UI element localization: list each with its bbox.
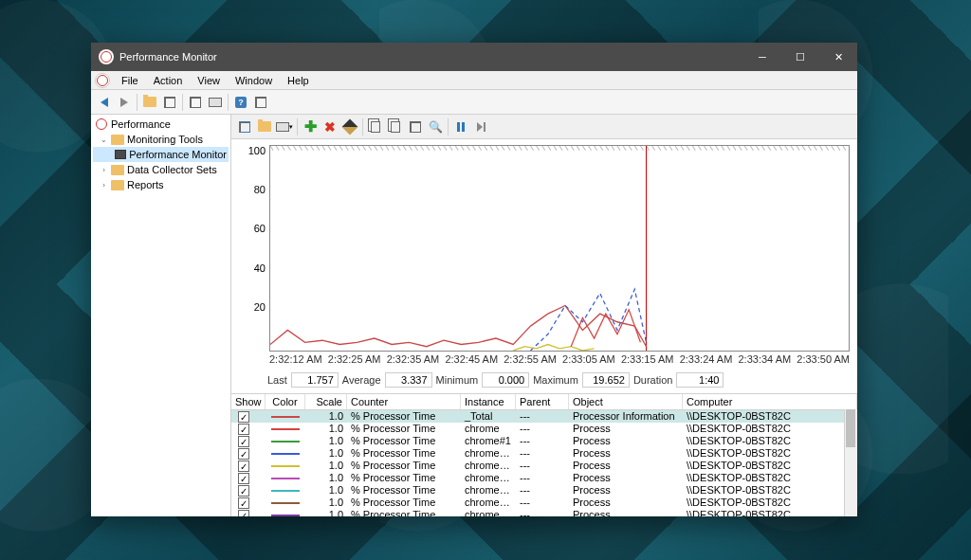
show-checkbox[interactable]: ✓ [238,436,249,447]
col-instance[interactable]: Instance [461,394,516,409]
svg-line-96 [826,146,829,151]
help-button[interactable]: ? [231,93,250,112]
svg-line-80 [733,146,736,151]
tree-performance-monitor[interactable]: Performance Monitor [93,147,229,162]
menu-help[interactable]: Help [280,73,317,88]
y-axis: 10080604020 [239,145,269,352]
expand-icon[interactable]: ⌄ [99,135,109,145]
menu-action[interactable]: Action [146,73,191,88]
svg-line-1 [276,146,279,151]
close-button[interactable]: ✕ [819,43,857,71]
show-checkbox[interactable]: ✓ [238,497,249,509]
object-cell: Process [569,423,683,435]
delete-counter-button[interactable]: ✖ [321,117,339,136]
expand-icon[interactable]: › [99,165,109,175]
show-checkbox[interactable]: ✓ [238,473,249,484]
svg-line-47 [542,146,545,151]
show-checkbox[interactable]: ✓ [238,485,249,497]
zoom-button[interactable]: 🔍 [426,117,445,136]
minimize-button[interactable]: ─ [743,43,781,71]
props-button[interactable] [406,117,425,136]
object-cell: Process [569,509,683,516]
col-counter[interactable]: Counter [347,394,461,409]
max-value: 19.652 [582,372,630,388]
tree-data-collector-sets[interactable]: › Data Collector Sets [93,162,229,177]
parent-cell: --- [516,484,569,497]
counter-row[interactable]: ✓1.0% Processor Timechrome---Process\\DE… [231,423,857,435]
show-checkbox[interactable]: ✓ [238,424,249,435]
counter-row[interactable]: ✓1.0% Processor Timechrome#1---Process\\… [231,435,857,447]
counter-row[interactable]: ✓1.0% Processor Timechrome#14---Process\… [231,497,857,509]
chart-canvas[interactable] [269,145,850,352]
navigation-tree[interactable]: Performance ⌄ Monitoring Tools Performan… [91,115,231,516]
freeze-button[interactable] [451,117,470,136]
col-show[interactable]: Show [231,394,266,409]
tree-reports[interactable]: › Reports [93,177,229,192]
counter-row[interactable]: ✓1.0% Processor Timechrome#15---Process\… [231,509,857,516]
change-graph-button[interactable]: ▾ [275,117,294,136]
pause-icon [457,122,465,132]
col-object[interactable]: Object [569,394,683,409]
show-checkbox[interactable]: ✓ [238,510,249,516]
svg-line-66 [652,146,655,151]
svg-line-16 [363,146,366,151]
show-checkbox[interactable]: ✓ [238,461,249,472]
expand-icon[interactable]: › [99,180,109,190]
object-cell: Process [569,484,683,497]
parent-cell: --- [516,472,569,484]
svg-line-51 [565,146,568,151]
svg-line-32 [455,146,458,151]
properties-button[interactable] [186,93,205,112]
tree-monitoring-tools[interactable]: ⌄ Monitoring Tools [93,132,229,147]
svg-line-35 [473,146,476,151]
counter-list-header[interactable]: Show Color Scale Counter Instance Parent… [231,394,857,410]
svg-line-42 [513,146,516,151]
menu-window[interactable]: Window [228,73,280,88]
tile-button[interactable] [251,93,270,112]
show-checkbox[interactable]: ✓ [238,411,249,423]
menu-view[interactable]: View [190,73,228,88]
svg-line-52 [571,146,574,151]
maximize-button[interactable]: ☐ [781,43,819,71]
col-scale[interactable]: Scale [305,394,347,409]
svg-line-68 [664,146,667,151]
update-button[interactable] [471,117,490,136]
col-computer[interactable]: Computer [683,394,857,409]
counter-list[interactable]: Show Color Scale Counter Instance Parent… [231,393,857,516]
tree-label: Data Collector Sets [127,164,217,175]
scrollbar-thumb[interactable] [846,409,855,447]
svg-line-15 [357,146,360,151]
back-button[interactable] [95,93,114,112]
show-hide-tree-button[interactable] [140,93,159,112]
main-panel: ▾ ✚ ✖ 🔍 10080604020 [231,115,857,516]
show-checkbox[interactable]: ✓ [238,448,249,460]
add-counter-button[interactable]: ✚ [301,117,320,136]
counter-row[interactable]: ✓1.0% Processor Timechrome#12---Process\… [231,472,857,484]
paste-button[interactable] [386,117,405,136]
menu-file[interactable]: File [114,73,146,88]
dur-value: 1:40 [676,372,724,388]
counter-row[interactable]: ✓1.0% Processor Timechrome#10---Process\… [231,447,857,460]
copy-button[interactable] [366,117,385,136]
counter-row[interactable]: ✓1.0% Processor Time_Total---Processor I… [231,410,857,423]
titlebar[interactable]: Performance Monitor ─ ☐ ✕ [91,43,857,71]
svg-line-24 [409,146,412,151]
svg-line-37 [485,146,487,151]
col-color[interactable]: Color [266,394,305,409]
svg-line-60 [617,146,620,151]
new-window-button[interactable] [160,93,179,112]
view-current-button[interactable] [235,117,254,136]
tree-root-performance[interactable]: Performance [93,117,229,132]
counter-row[interactable]: ✓1.0% Processor Timechrome#13---Process\… [231,484,857,497]
forward-button[interactable] [115,93,134,112]
col-parent[interactable]: Parent [516,394,569,409]
object-cell: Process [569,447,683,460]
export-button[interactable] [206,93,225,112]
counter-row[interactable]: ✓1.0% Processor Timechrome#11---Process\… [231,460,857,472]
highlight-button[interactable] [340,117,359,136]
scrollbar[interactable] [844,409,857,516]
svg-line-0 [270,146,273,151]
view-log-button[interactable] [255,117,274,136]
chart-toolbar: ▾ ✚ ✖ 🔍 [231,115,857,139]
svg-line-98 [837,146,840,151]
